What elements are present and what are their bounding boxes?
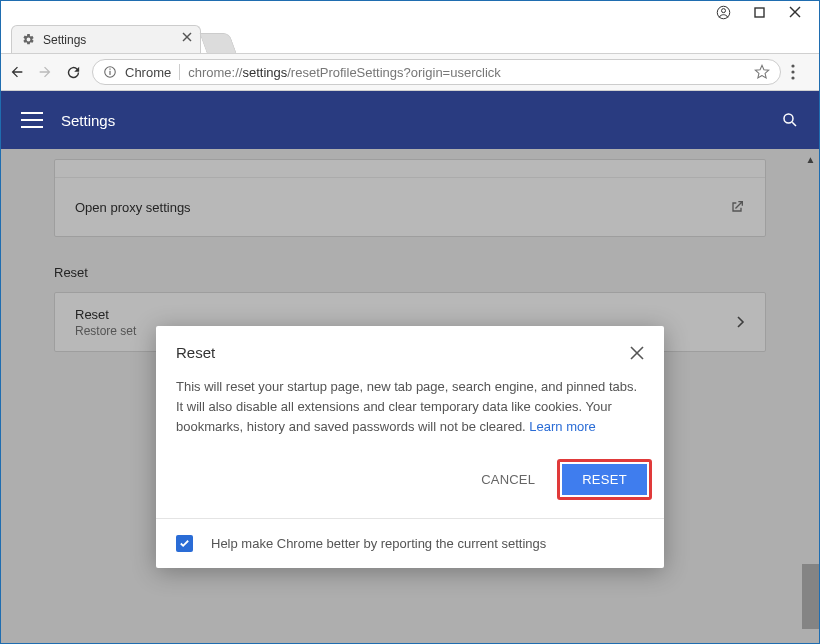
app-area: Settings ▲ Open proxy settings Reset <box>1 91 819 643</box>
footer-text: Help make Chrome better by reporting the… <box>211 536 546 551</box>
svg-point-10 <box>791 64 794 67</box>
tab-title: Settings <box>43 33 86 47</box>
tab-close-icon[interactable] <box>182 32 192 42</box>
svg-point-11 <box>791 70 794 73</box>
gear-icon <box>22 33 35 46</box>
window-titlebar <box>1 1 819 23</box>
report-checkbox[interactable] <box>176 535 193 552</box>
tabstrip: Settings <box>1 23 819 53</box>
reset-button[interactable]: RESET <box>562 464 647 495</box>
svg-point-12 <box>791 76 794 79</box>
divider <box>179 64 180 80</box>
svg-rect-2 <box>755 8 764 17</box>
dialog-actions: CANCEL RESET <box>156 443 664 518</box>
url-display: chrome://settings/resetProfileSettings?o… <box>188 65 501 80</box>
current-settings-link[interactable]: current settings <box>457 536 546 551</box>
dialog-header: Reset <box>156 326 664 367</box>
dialog-title: Reset <box>176 344 215 361</box>
svg-point-1 <box>721 8 725 12</box>
reload-icon[interactable] <box>65 64 82 81</box>
address-bar[interactable]: Chrome chrome://settings/resetProfileSet… <box>92 59 781 85</box>
maximize-icon[interactable] <box>741 1 777 23</box>
bookmark-star-icon[interactable] <box>754 64 770 80</box>
site-info-icon[interactable] <box>103 65 117 79</box>
new-tab-button[interactable] <box>199 33 236 53</box>
back-icon[interactable] <box>9 64 27 80</box>
dialog-footer: Help make Chrome better by reporting the… <box>156 518 664 568</box>
svg-line-14 <box>792 122 796 126</box>
forward-icon <box>37 64 55 80</box>
svg-rect-9 <box>109 69 110 70</box>
learn-more-link[interactable]: Learn more <box>529 419 595 434</box>
dialog-body: This will reset your startup page, new t… <box>156 367 664 443</box>
menu-icon[interactable] <box>21 112 43 128</box>
reset-dialog: Reset This will reset your startup page,… <box>156 326 664 568</box>
search-icon[interactable] <box>781 111 799 129</box>
settings-header: Settings <box>1 91 819 149</box>
origin-chip: Chrome <box>125 65 171 80</box>
reset-button-highlight: RESET <box>557 459 652 500</box>
svg-rect-8 <box>109 71 110 75</box>
close-window-icon[interactable] <box>777 1 813 23</box>
svg-point-13 <box>784 114 793 123</box>
account-icon[interactable] <box>705 1 741 23</box>
chrome-menu-icon[interactable] <box>791 64 811 80</box>
browser-tab[interactable]: Settings <box>11 25 201 53</box>
cancel-button[interactable]: CANCEL <box>473 464 543 495</box>
toolbar: Chrome chrome://settings/resetProfileSet… <box>1 53 819 91</box>
dialog-close-icon[interactable] <box>630 346 644 360</box>
page-title: Settings <box>61 112 115 129</box>
